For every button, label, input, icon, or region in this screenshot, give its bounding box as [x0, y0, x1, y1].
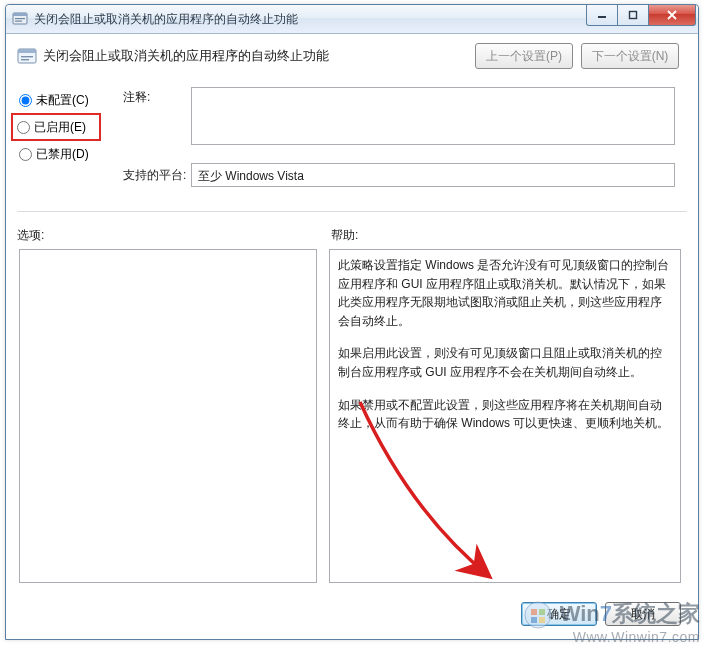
state-radio-group: 未配置(C) 已启用(E) 已禁用(D) [17, 87, 117, 167]
radio-not-configured-label: 未配置(C) [36, 92, 89, 109]
client-area: 关闭会阻止或取消关机的应用程序的自动终止功能 上一个设置(P) 下一个设置(N)… [13, 39, 691, 632]
radio-enabled-input[interactable] [17, 121, 30, 134]
next-setting-button[interactable]: 下一个设置(N) [581, 43, 679, 69]
radio-enabled[interactable]: 已启用(E) [15, 116, 97, 138]
supported-on-label: 支持的平台: [123, 167, 186, 184]
help-paragraph: 如果启用此设置，则没有可见顶级窗口且阻止或取消关机的控制台应用程序或 GUI 应… [338, 344, 672, 381]
options-label: 选项: [17, 227, 44, 244]
comment-textarea[interactable] [191, 87, 675, 145]
options-panel [19, 249, 317, 583]
supported-on-field: 至少 Windows Vista [191, 163, 675, 187]
cancel-button[interactable]: 取消 [605, 602, 681, 626]
radio-not-configured-input[interactable] [19, 94, 32, 107]
help-label: 帮助: [331, 227, 358, 244]
header-row: 关闭会阻止或取消关机的应用程序的自动终止功能 上一个设置(P) 下一个设置(N) [13, 39, 691, 79]
radio-disabled-input[interactable] [19, 148, 32, 161]
svg-rect-2 [15, 18, 25, 19]
help-paragraph: 此策略设置指定 Windows 是否允许没有可见顶级窗口的控制台应用程序和 GU… [338, 256, 672, 330]
policy-name-heading: 关闭会阻止或取消关机的应用程序的自动终止功能 [43, 48, 475, 65]
maximize-button[interactable] [617, 5, 649, 26]
svg-rect-7 [18, 49, 36, 53]
radio-disabled-label: 已禁用(D) [36, 146, 89, 163]
policy-icon [17, 46, 37, 66]
policy-icon [12, 11, 28, 27]
svg-rect-3 [15, 21, 22, 22]
dialog-button-bar: 确定 取消 [521, 602, 681, 626]
radio-enabled-label: 已启用(E) [34, 119, 86, 136]
svg-rect-9 [21, 59, 29, 60]
help-panel[interactable]: 此策略设置指定 Windows 是否允许没有可见顶级窗口的控制台应用程序和 GU… [329, 249, 681, 583]
titlebar[interactable]: 关闭会阻止或取消关机的应用程序的自动终止功能 [6, 5, 698, 34]
radio-not-configured[interactable]: 未配置(C) [17, 87, 117, 113]
previous-setting-button[interactable]: 上一个设置(P) [475, 43, 573, 69]
svg-rect-8 [21, 56, 33, 57]
window-controls [587, 5, 696, 25]
radio-disabled[interactable]: 已禁用(D) [17, 141, 117, 167]
help-paragraph: 如果禁用或不配置此设置，则这些应用程序将在关机期间自动终止，从而有助于确保 Wi… [338, 396, 672, 433]
close-button[interactable] [648, 5, 696, 26]
ok-button[interactable]: 确定 [521, 602, 597, 626]
dialog-window: 关闭会阻止或取消关机的应用程序的自动终止功能 关闭会 [5, 4, 699, 640]
window-title: 关闭会阻止或取消关机的应用程序的自动终止功能 [34, 11, 587, 28]
svg-rect-5 [630, 12, 637, 19]
minimize-button[interactable] [586, 5, 618, 26]
svg-rect-4 [598, 16, 606, 18]
comment-label: 注释: [123, 89, 150, 106]
divider [17, 211, 687, 212]
svg-rect-1 [13, 13, 27, 16]
attention-highlight: 已启用(E) [11, 113, 101, 141]
